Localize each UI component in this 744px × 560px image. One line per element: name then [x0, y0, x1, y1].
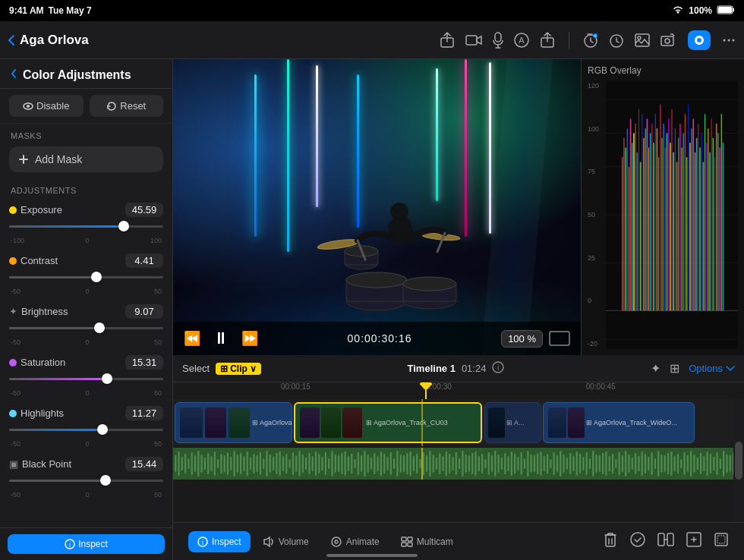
circle-a-icon[interactable]: A [514, 33, 529, 48]
exposure-slider[interactable] [9, 219, 163, 234]
checkmark-icon[interactable] [630, 532, 645, 551]
svg-rect-255 [635, 453, 636, 474]
pause-button[interactable]: ⏸ [213, 329, 229, 348]
highlights-slider[interactable] [9, 422, 163, 437]
video-row: ⏪ ⏸ ⏩ 00:00:30:16 100 % RGB Overlay [173, 59, 744, 355]
clip-1[interactable]: ⊞ AgaOrlova_Track_Wi... [175, 402, 292, 443]
reset-label: Reset [120, 100, 146, 112]
picture-icon[interactable] [635, 33, 650, 47]
svg-rect-156 [312, 456, 314, 471]
options-button[interactable]: Options [689, 363, 735, 374]
volume-tool-button[interactable]: Volume [254, 531, 318, 552]
saturation-indicator [9, 359, 17, 367]
bottom-toolbar-right: i Inspect Volume Animate Multicam [173, 522, 744, 560]
timeline-area: Select ⊞ Clip ∨ Timeline 1 01:24 i ✦ [173, 355, 744, 560]
svg-rect-123 [204, 458, 206, 470]
svg-point-14 [638, 36, 641, 39]
saturation-label: Saturation [20, 357, 65, 368]
svg-rect-124 [207, 453, 209, 474]
wifi-icon [672, 5, 684, 17]
volume-tool-label: Volume [279, 536, 309, 547]
animate-tool-button[interactable]: Animate [321, 531, 389, 552]
panel-back-button[interactable] [11, 68, 17, 82]
timeline-tracks[interactable]: ⊞ AgaOrlova_Track_Wi... [173, 399, 744, 522]
add-mask-button[interactable]: Add Mask [9, 146, 163, 172]
sparkle-icon[interactable]: ✦ [651, 361, 660, 376]
camera-record-icon[interactable] [465, 33, 482, 47]
timeline-info-icon[interactable]: i [492, 361, 504, 376]
multicam-tool-button[interactable]: Multicam [392, 531, 462, 552]
timer-icon[interactable] [609, 33, 624, 48]
adjustments-section-label: ADJUSTMENTS [0, 180, 172, 198]
saturation-slider[interactable] [9, 371, 163, 386]
brightness-slider[interactable] [9, 320, 163, 335]
blackpoint-adjustment: ▣ Black Point 15.44 -50 0 50 [0, 452, 172, 503]
svg-rect-237 [576, 451, 578, 476]
svg-rect-202 [462, 451, 463, 477]
svg-rect-191 [426, 455, 427, 472]
select-label: Select [182, 363, 210, 374]
aspect-ratio-icon[interactable] [549, 331, 570, 346]
timer-plus-icon[interactable]: + [583, 33, 598, 48]
svg-rect-2 [733, 8, 734, 11]
svg-rect-157 [315, 451, 317, 476]
box-arrow-icon[interactable] [540, 32, 555, 49]
neon-light-6 [436, 68, 438, 202]
right-area: ⏪ ⏸ ⏩ 00:00:30:16 100 % RGB Overlay [173, 59, 744, 560]
back-button[interactable] [8, 34, 15, 46]
svg-rect-161 [328, 458, 329, 469]
saturation-value[interactable]: 15.31 [125, 355, 163, 370]
svg-rect-194 [436, 458, 437, 470]
bottom-right-icons [603, 531, 729, 552]
active-tool-icon[interactable] [688, 30, 711, 50]
delete-icon[interactable] [603, 531, 618, 552]
reset-button[interactable]: Reset [90, 95, 164, 117]
exposure-value[interactable]: 45.59 [125, 203, 163, 217]
svg-point-21 [733, 39, 735, 41]
svg-rect-254 [632, 458, 633, 470]
share-icon[interactable] [440, 32, 455, 49]
svg-point-298 [631, 533, 645, 546]
more-icon[interactable] [721, 33, 736, 48]
bottom-toolbar-buttons: i Inspect Volume Animate Multicam [188, 531, 462, 552]
svg-rect-236 [572, 456, 574, 471]
svg-rect-117 [184, 454, 186, 473]
split-icon[interactable] [657, 533, 674, 550]
svg-rect-235 [569, 453, 571, 474]
crop-icon[interactable] [714, 532, 729, 551]
contrast-value[interactable]: 4.41 [125, 253, 163, 268]
svg-point-291 [332, 537, 341, 546]
clip-4[interactable]: ⊞ AgaOrlova_Track_WideO... [543, 402, 695, 443]
project-title: Aga Orlova [20, 33, 440, 48]
mic-icon[interactable] [493, 32, 503, 49]
svg-rect-273 [693, 455, 695, 473]
clip-2[interactable]: ⊞ AgaOrlova_Track_CU03 [294, 402, 482, 443]
highlights-value[interactable]: 11.27 [125, 406, 163, 420]
fast-forward-button[interactable]: ⏩ [241, 330, 258, 347]
timeline-scrollbar[interactable] [733, 399, 744, 522]
detach-icon[interactable] [686, 532, 701, 551]
svg-rect-271 [687, 455, 689, 472]
svg-rect-192 [429, 451, 430, 477]
inspect-tool-button[interactable]: i Inspect [188, 531, 251, 552]
rewind-button[interactable]: ⏪ [184, 330, 200, 347]
inspect-bottom-button[interactable]: i Inspect [8, 534, 165, 554]
blackpoint-value[interactable]: 15.44 [125, 457, 163, 471]
svg-point-28 [346, 272, 407, 288]
clip-3[interactable]: ⊞ A... [484, 402, 541, 443]
scroll-thumb [735, 442, 742, 480]
svg-rect-195 [439, 453, 440, 474]
svg-rect-208 [481, 454, 483, 473]
svg-rect-159 [322, 457, 323, 470]
hist-y-50: 50 [588, 211, 603, 219]
blackpoint-slider[interactable] [9, 473, 163, 488]
playhead-audio-line [421, 448, 423, 480]
disable-button[interactable]: Disable [9, 95, 84, 117]
camera2-icon[interactable] [660, 33, 677, 47]
highlights-adjustment: Highlights 11.27 -50 0 50 [0, 401, 172, 452]
timeline-name: Timeline 1 [408, 363, 456, 374]
grid-icon[interactable]: ⊞ [670, 361, 679, 376]
contrast-slider[interactable] [9, 269, 163, 285]
clip-badge[interactable]: ⊞ Clip ∨ [216, 363, 261, 375]
brightness-value[interactable]: 9.07 [125, 304, 163, 319]
